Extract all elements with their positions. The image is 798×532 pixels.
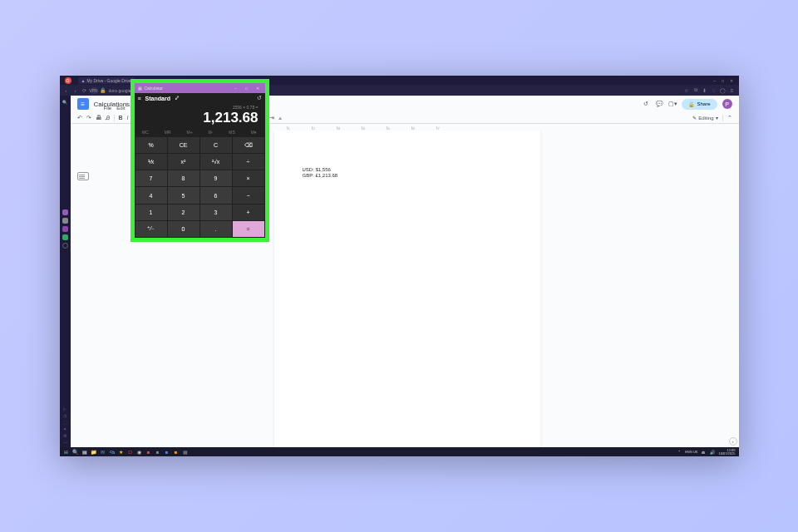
- calc-key-=[interactable]: =: [233, 221, 264, 237]
- pinned-app-icon[interactable]: ■: [164, 449, 170, 456]
- undo-icon[interactable]: ↶: [77, 115, 82, 121]
- keep-on-top-icon[interactable]: ⤢: [175, 95, 180, 101]
- calc-key-5[interactable]: 5: [168, 187, 200, 203]
- pinned-app-icon[interactable]: ■: [145, 449, 152, 456]
- calc-maximize-button[interactable]: □: [243, 86, 251, 91]
- volume-icon[interactable]: 🔊: [709, 449, 716, 456]
- menu-edit[interactable]: Edit: [116, 106, 125, 111]
- meet-icon[interactable]: ▢▾: [668, 100, 677, 108]
- hamburger-icon[interactable]: ≡: [138, 96, 141, 101]
- comment-icon[interactable]: 💬: [655, 100, 663, 108]
- account-avatar[interactable]: P: [722, 99, 732, 109]
- calc-key-6[interactable]: 6: [200, 187, 232, 203]
- sidebar-cam-icon[interactable]: ⬚: [63, 420, 67, 424]
- profile-icon[interactable]: ◯: [720, 87, 727, 94]
- browser-tab-drive[interactable]: ▲ My Drive - Google Drive: [78, 77, 135, 84]
- outline-sidebar[interactable]: [77, 172, 94, 180]
- mail-icon[interactable]: ✉: [100, 449, 106, 456]
- indent-icon[interactable]: ⇥: [269, 115, 274, 121]
- calc-key-2[interactable]: 2: [168, 204, 200, 220]
- sidebar-add-icon[interactable]: [62, 243, 68, 249]
- sidebar-settings-icon[interactable]: ⚙: [63, 433, 67, 437]
- opera-taskbar-icon[interactable]: O: [127, 449, 134, 456]
- calc-key-4[interactable]: 4: [135, 187, 167, 203]
- store-icon[interactable]: 🛍: [109, 449, 116, 456]
- calc-key-⁺⁄₋[interactable]: ⁺⁄₋: [135, 221, 167, 237]
- calc-key-1[interactable]: 1: [135, 204, 167, 220]
- sidebar-more-icon[interactable]: ⋯: [63, 440, 67, 444]
- calc-key-²√x[interactable]: ²√x: [200, 154, 232, 170]
- history-icon[interactable]: ↺: [642, 100, 650, 108]
- calc-key-C[interactable]: C: [200, 137, 232, 153]
- vpn-badge[interactable]: VPN: [91, 87, 97, 94]
- calc-key-.[interactable]: .: [200, 221, 232, 237]
- extension-icon[interactable]: ⧉: [692, 87, 699, 94]
- opera-icon[interactable]: O: [65, 77, 71, 84]
- steam-icon[interactable]: ◉: [136, 449, 143, 456]
- calc-key-÷[interactable]: ÷: [233, 154, 264, 170]
- calc-key-3[interactable]: 3: [200, 204, 232, 220]
- menu-icon[interactable]: ≡: [729, 87, 736, 94]
- menu-file[interactable]: File: [104, 106, 112, 111]
- calc-ms-button[interactable]: MS: [229, 130, 235, 135]
- download-icon[interactable]: ⬇: [702, 87, 708, 94]
- calc-key-CE[interactable]: CE: [168, 137, 200, 153]
- docs-logo-icon[interactable]: ≡: [77, 98, 89, 110]
- bold-icon[interactable]: B: [119, 115, 123, 121]
- sidebar-whatsapp-icon[interactable]: [62, 234, 68, 240]
- sidebar-player-icon[interactable]: ▷: [63, 406, 67, 411]
- document-page[interactable]: USD: $1,556 GBP: £1,213.68: [274, 131, 540, 447]
- calc-key-⅟x[interactable]: ⅟x: [135, 154, 167, 170]
- sidebar-ai-icon[interactable]: [62, 209, 68, 215]
- calc-key-x²[interactable]: x²: [168, 154, 200, 170]
- calc-key-×[interactable]: ×: [233, 170, 264, 186]
- calc-mc-button[interactable]: MC: [142, 130, 149, 135]
- back-icon[interactable]: ‹: [63, 87, 70, 94]
- sidebar-chat-icon[interactable]: [62, 226, 68, 232]
- pinned-app-icon[interactable]: ■: [173, 449, 180, 456]
- collapse-icon[interactable]: ⌃: [727, 115, 732, 121]
- spellcheck-icon[interactable]: Ꭿ: [106, 115, 110, 121]
- history-icon[interactable]: ↺: [257, 95, 262, 101]
- pinned-app-icon[interactable]: ■: [155, 449, 161, 456]
- calc-key-%[interactable]: %: [135, 137, 167, 153]
- tray-lang[interactable]: ENG UK: [685, 451, 697, 454]
- calc-key-−[interactable]: −: [233, 187, 264, 203]
- share-button[interactable]: 🔒 Share: [682, 99, 717, 110]
- start-icon[interactable]: ⊞: [63, 449, 70, 456]
- calculator-taskbar-icon[interactable]: ▦: [182, 449, 189, 456]
- minimize-button[interactable]: –: [711, 77, 719, 83]
- explore-button[interactable]: ‹: [729, 437, 737, 446]
- calc-key-0[interactable]: 0: [168, 221, 200, 237]
- calc-key-9[interactable]: 9: [200, 170, 232, 186]
- explorer-icon[interactable]: 📁: [91, 449, 97, 456]
- taskview-icon[interactable]: ▤: [81, 449, 88, 456]
- wifi-icon[interactable]: ⋒: [700, 449, 707, 456]
- sidebar-news-icon[interactable]: ✦: [63, 426, 67, 431]
- calc-close-button[interactable]: ✕: [254, 86, 262, 91]
- reload-icon[interactable]: ⟳: [81, 87, 88, 94]
- print-icon[interactable]: 🖶: [96, 115, 101, 121]
- close-button[interactable]: ✕: [727, 77, 736, 83]
- calc-key-+[interactable]: +: [233, 204, 264, 220]
- sidebar-tile-icon[interactable]: [62, 218, 68, 224]
- tray-chevron-icon[interactable]: ˄: [676, 449, 682, 456]
- calc-key-7[interactable]: 7: [135, 170, 167, 186]
- maximize-button[interactable]: □: [719, 77, 727, 83]
- pinned-app-icon[interactable]: ★: [118, 449, 125, 456]
- tray-clock[interactable]: 12:09 16/07/2025: [718, 449, 735, 456]
- calc-mr-button[interactable]: MR: [165, 130, 171, 135]
- redo-icon[interactable]: ↷: [86, 115, 91, 121]
- sidebar-clock-icon[interactable]: ◷: [63, 413, 67, 417]
- calc-minimize-button[interactable]: –: [232, 86, 240, 91]
- bookmark-icon[interactable]: ☆: [683, 87, 690, 94]
- editing-mode-button[interactable]: ✎ Editing ▾: [692, 115, 717, 121]
- search-icon[interactable]: 🔍: [72, 449, 79, 456]
- heart-icon[interactable]: ♡: [711, 87, 717, 94]
- calc-key-8[interactable]: 8: [168, 170, 200, 186]
- sidebar-search-icon[interactable]: 🔍: [62, 99, 68, 105]
- calc-mminus-button[interactable]: M-: [209, 130, 214, 135]
- calc-key-⌫[interactable]: ⌫: [233, 137, 264, 153]
- clearformat-icon[interactable]: ⟁: [278, 115, 282, 121]
- italic-icon[interactable]: I: [127, 115, 129, 121]
